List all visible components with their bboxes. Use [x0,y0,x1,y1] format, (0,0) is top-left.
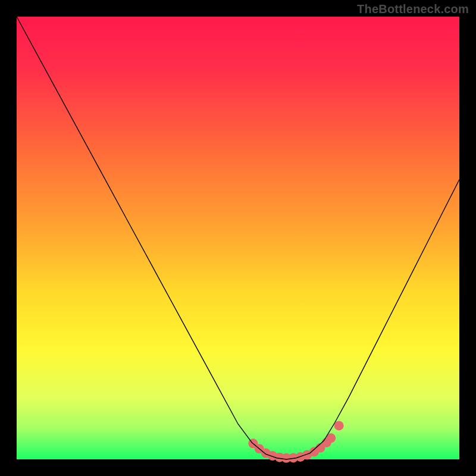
highlight-marker-detached [334,421,344,430]
plot-background [17,17,459,459]
watermark-text: TheBottleneck.com [357,2,469,16]
bottleneck-chart [0,0,476,476]
chart-frame: TheBottleneck.com [0,0,476,476]
